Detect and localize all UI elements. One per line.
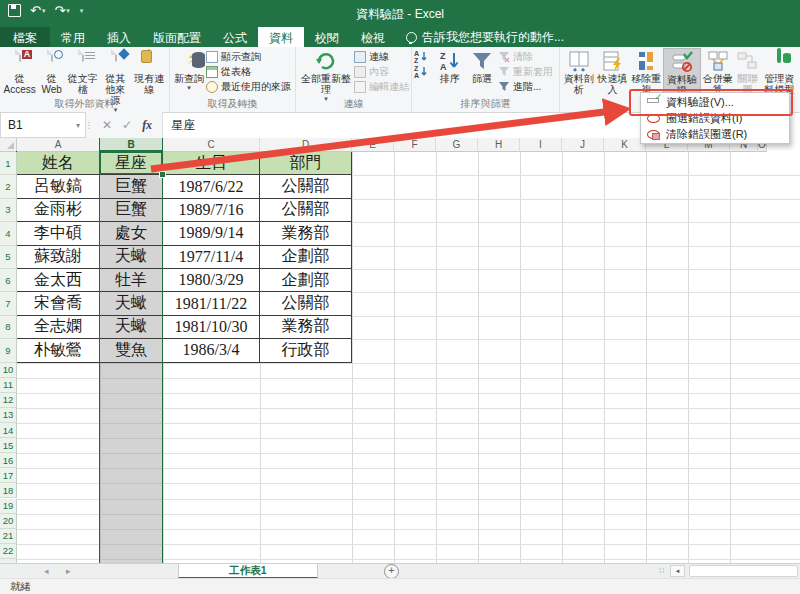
worksheet-grid[interactable]: 姓名星座生日部門呂敏鎬巨蟹1987/6/22公關部金雨彬巨蟹1989/7/16公… — [0, 138, 800, 563]
tab-page-layout[interactable]: 版面配置 — [142, 27, 212, 47]
table-cell[interactable]: 1981/11/22 — [163, 292, 260, 315]
table-cell[interactable]: 姓名 — [17, 152, 100, 175]
tab-formulas[interactable]: 公式 — [212, 27, 258, 47]
from-web-button[interactable]: 從 Web — [37, 48, 65, 98]
cancel-icon[interactable]: ✕ — [102, 118, 112, 132]
table-cell[interactable]: 天蠍 — [100, 246, 163, 269]
tab-home[interactable]: 常用 — [50, 27, 96, 47]
sheet-tab-active[interactable]: 工作表1 — [178, 564, 318, 579]
sheet-nav-prev-icon[interactable]: ◂ — [44, 566, 49, 576]
select-all-corner[interactable] — [0, 138, 17, 152]
table-cell[interactable]: 巨蟹 — [100, 175, 163, 198]
row-header-2[interactable]: 2 — [0, 175, 17, 198]
column-header-j[interactable]: J — [562, 138, 604, 152]
menu-item-clear-validation-circles[interactable]: 清除錯誤圈選(R) — [641, 126, 789, 142]
edit-links-button[interactable]: 編輯連結 — [354, 79, 409, 94]
table-cell[interactable]: 行政部 — [260, 339, 352, 362]
table-cell[interactable]: 1980/3/29 — [163, 269, 260, 292]
tab-file[interactable]: 檔案 — [0, 27, 50, 47]
table-cell[interactable]: 全志嫻 — [17, 316, 100, 339]
column-header-f[interactable]: F — [394, 138, 436, 152]
table-cell[interactable]: 1989/7/16 — [163, 199, 260, 222]
column-header-d[interactable]: D — [260, 138, 352, 152]
name-box[interactable]: B1 ▾ — [0, 112, 86, 138]
row-header-9[interactable]: 9 — [0, 339, 17, 362]
table-cell[interactable]: 朴敏鶯 — [17, 339, 100, 362]
row-header-4[interactable]: 4 — [0, 222, 17, 245]
text-to-columns-button[interactable]: 資料剖析 — [562, 48, 596, 98]
column-header-i[interactable]: I — [520, 138, 562, 152]
column-header-a[interactable]: A — [17, 138, 100, 152]
table-cell[interactable]: 企劃部 — [260, 246, 352, 269]
table-cell[interactable]: 巨蟹 — [100, 199, 163, 222]
table-cell[interactable]: 處女 — [100, 222, 163, 245]
table-cell[interactable]: 公關部 — [260, 175, 352, 198]
row-header-20[interactable]: 20 — [0, 514, 17, 529]
table-cell[interactable]: 宋會喬 — [17, 292, 100, 315]
tell-me-box[interactable]: 告訴我您想要執行的動作... — [406, 27, 564, 47]
table-cell[interactable]: 1986/3/4 — [163, 339, 260, 362]
row-header-7[interactable]: 7 — [0, 292, 17, 315]
row-header-17[interactable]: 17 — [0, 468, 17, 483]
scrollbar-divider[interactable]: ⁞⁞ — [659, 566, 665, 575]
table-cell[interactable]: 金太西 — [17, 269, 100, 292]
table-cell[interactable]: 業務部 — [260, 222, 352, 245]
table-cell[interactable]: 1989/9/14 — [163, 222, 260, 245]
row-header-18[interactable]: 18 — [0, 483, 17, 498]
row-header-11[interactable]: 11 — [0, 378, 17, 393]
table-cell[interactable]: 業務部 — [260, 316, 352, 339]
row-header-16[interactable]: 16 — [0, 453, 17, 468]
row-header-13[interactable]: 13 — [0, 408, 17, 423]
table-cell[interactable]: 李中碩 — [17, 222, 100, 245]
row-header-3[interactable]: 3 — [0, 199, 17, 222]
fill-handle[interactable] — [159, 171, 166, 178]
table-cell[interactable]: 1987/6/22 — [163, 175, 260, 198]
column-header-b[interactable]: B — [100, 138, 163, 152]
table-cell[interactable]: 金雨彬 — [17, 199, 100, 222]
enter-icon[interactable]: ✓ — [122, 118, 132, 132]
tab-review[interactable]: 校閱 — [304, 27, 350, 47]
row-header-21[interactable]: 21 — [0, 529, 17, 544]
filter-button[interactable]: 篩選 — [466, 48, 498, 98]
column-header-c[interactable]: C — [163, 138, 260, 152]
row-header-8[interactable]: 8 — [0, 316, 17, 339]
row-header-19[interactable]: 19 — [0, 499, 17, 514]
table-cell[interactable]: 企劃部 — [260, 269, 352, 292]
row-header-5[interactable]: 5 — [0, 246, 17, 269]
table-cell[interactable]: 天蠍 — [100, 316, 163, 339]
refresh-all-button[interactable]: 全部重新整理▾ — [298, 48, 354, 98]
column-header-g[interactable]: G — [436, 138, 478, 152]
table-cell[interactable]: 部門 — [260, 152, 352, 175]
row-header-15[interactable]: 15 — [0, 438, 17, 453]
properties-button[interactable]: 內容 — [354, 64, 409, 79]
reapply-filter-button[interactable]: 重新套用 — [498, 64, 553, 79]
hscroll-thumb[interactable] — [689, 565, 798, 577]
recent-sources-button[interactable]: 最近使用的來源 — [206, 79, 291, 94]
sort-descending-button[interactable]: Z A — [414, 64, 434, 79]
table-cell[interactable]: 1977/11/4 — [163, 246, 260, 269]
from-text-button[interactable]: 從文字檔 — [66, 48, 100, 98]
row-header-14[interactable]: 14 — [0, 423, 17, 438]
table-cell[interactable]: 天蠍 — [100, 292, 163, 315]
advanced-filter-button[interactable]: 進階... — [498, 79, 553, 94]
table-cell[interactable]: 蘇致謝 — [17, 246, 100, 269]
row-header-1[interactable]: 1 — [0, 152, 17, 175]
flash-fill-button[interactable]: 快速填入 — [596, 48, 630, 98]
table-cell[interactable]: 雙魚 — [100, 339, 163, 362]
row-header-10[interactable]: 10 — [0, 363, 17, 378]
name-box-dropdown-icon[interactable]: ▾ — [76, 121, 80, 130]
column-header-e[interactable]: E — [352, 138, 394, 152]
tab-view[interactable]: 檢視 — [350, 27, 396, 47]
sheet-nav-next-icon[interactable]: ▸ — [66, 566, 71, 576]
column-header-h[interactable]: H — [478, 138, 520, 152]
table-cell[interactable]: 生日 — [163, 152, 260, 175]
clear-filter-button[interactable]: 清除 — [498, 49, 553, 64]
table-cell[interactable]: 牡羊 — [100, 269, 163, 292]
insert-function-icon[interactable]: fx — [142, 118, 152, 133]
table-cell[interactable]: 1981/10/30 — [163, 316, 260, 339]
from-table-button[interactable]: 從表格 — [206, 64, 291, 79]
row-header-23[interactable]: 23 — [0, 559, 17, 563]
tab-data[interactable]: 資料 — [258, 27, 304, 47]
hscroll-left-icon[interactable]: ◂ — [670, 565, 685, 577]
row-header-12[interactable]: 12 — [0, 393, 17, 408]
